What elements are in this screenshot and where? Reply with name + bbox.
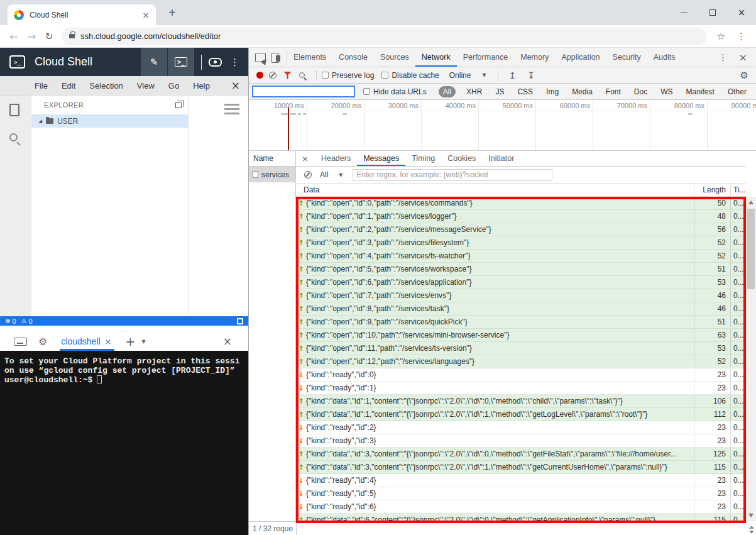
detail-tab[interactable]: Timing	[405, 151, 441, 166]
throttling-caret-icon[interactable]: ▼	[482, 72, 486, 78]
scroll-down-icon[interactable]	[748, 514, 753, 517]
menu-item[interactable]: Edit	[55, 81, 82, 91]
devtools-tab[interactable]: Sources	[374, 48, 415, 67]
detail-tab[interactable]: Cookies	[441, 151, 482, 166]
devtools-tab[interactable]: Network	[415, 48, 457, 67]
menu-item[interactable]: File	[28, 81, 55, 91]
type-filter[interactable]: Media	[567, 86, 597, 97]
scroll-up-icon[interactable]	[748, 201, 753, 204]
search-requests-icon[interactable]	[299, 72, 305, 78]
type-filter[interactable]: Manifest	[682, 86, 719, 97]
websocket-frame-row[interactable]: {"kind":"open","id":1,"path":"/services/…	[296, 210, 746, 223]
websocket-frame-row[interactable]: {"kind":"data","id":1,"content":"{\"json…	[296, 408, 746, 421]
detail-tab[interactable]: Initiator	[482, 151, 520, 166]
websocket-frame-row[interactable]: {"kind":"data","id":1,"content":"{\"json…	[296, 395, 746, 408]
export-har-icon[interactable]: ↧	[527, 70, 535, 80]
import-har-icon[interactable]: ↥	[509, 70, 517, 80]
websocket-frame-row[interactable]: {"kind":"ready","id":4} 23 0...	[296, 474, 746, 487]
websocket-frames-list[interactable]: {"kind":"open","id":0,"path":"/services/…	[296, 197, 746, 521]
websocket-frame-row[interactable]: {"kind":"open","id":2,"path":"/services/…	[296, 223, 746, 236]
websocket-frame-row[interactable]: {"kind":"open","id":3,"path":"/services/…	[296, 236, 746, 250]
devtools-tab[interactable]: Memory	[514, 48, 555, 67]
window-maximize-button[interactable]	[698, 0, 727, 25]
network-settings-gear-icon[interactable]: ⚙	[740, 70, 748, 81]
websocket-frame-row[interactable]: {"kind":"data","id":6,"content":"{\"json…	[296, 514, 746, 521]
device-toolbar-icon[interactable]	[271, 53, 281, 62]
websocket-frame-row[interactable]: {"kind":"open","id":0,"path":"/services/…	[296, 197, 746, 210]
request-row-services[interactable]: services	[249, 167, 295, 182]
message-regex-input[interactable]	[353, 169, 552, 181]
detail-close-icon[interactable]: ×	[302, 154, 309, 163]
detail-tab[interactable]: Headers	[315, 151, 357, 166]
warnings-icon[interactable]: ⚠	[21, 317, 27, 324]
network-timeline-overview[interactable]: 10000 ms20000 ms30000 ms40000 ms50000 ms…	[249, 100, 756, 151]
devtools-tab[interactable]: Console	[332, 48, 374, 67]
terminal-tab-cloudshell[interactable]: cloudshell ×	[61, 332, 111, 351]
menu-item[interactable]: Go	[162, 81, 186, 91]
type-filter[interactable]: XHR	[462, 86, 486, 97]
devtools-tab[interactable]: Security	[606, 48, 647, 67]
preserve-log-checkbox[interactable]	[322, 72, 329, 79]
web-preview-icon[interactable]	[209, 58, 222, 67]
message-type-caret-icon[interactable]: ▼	[339, 172, 342, 178]
websocket-frame-row[interactable]: {"kind":"open","id":8,"path":"/services/…	[296, 302, 746, 316]
terminal-panel-close-icon[interactable]: ×	[223, 335, 232, 348]
expand-arrow-icon[interactable]: ◢	[38, 118, 42, 124]
browser-menu-icon[interactable]: ⋮	[737, 31, 746, 42]
devtools-tab[interactable]: Elements	[287, 48, 332, 67]
name-column-header[interactable]: Name	[249, 151, 295, 167]
length-column-header[interactable]: Length	[694, 184, 730, 196]
devtools-tab[interactable]: Audits	[647, 48, 682, 67]
edit-mode-button[interactable]: ✎	[141, 48, 167, 76]
hide-data-urls-checkbox[interactable]	[363, 88, 370, 95]
terminal-tab-close-icon[interactable]: ×	[105, 337, 112, 346]
type-filter[interactable]: CSS	[513, 86, 537, 97]
back-icon[interactable]: ←	[5, 30, 23, 43]
inspect-element-icon[interactable]	[255, 53, 266, 62]
websocket-frame-row[interactable]: {"kind":"open","id":4,"path":"/services/…	[296, 250, 746, 263]
websocket-frame-row[interactable]: {"kind":"open","id":6,"path":"/services/…	[296, 276, 746, 289]
websocket-frame-row[interactable]: {"kind":"open","id":5,"path":"/services/…	[296, 263, 746, 276]
type-filter[interactable]: Font	[601, 86, 625, 97]
new-tab-button[interactable]: +	[165, 6, 180, 20]
record-icon[interactable]	[256, 72, 263, 79]
terminal-dropdown-icon[interactable]: ▼	[141, 339, 145, 345]
browser-tab[interactable]: Cloud Shell ×	[8, 4, 156, 25]
terminal-mode-button[interactable]: >_	[168, 48, 194, 76]
websocket-frame-row[interactable]: {"kind":"ready","id":1} 23 0...	[296, 382, 746, 395]
editor-close-icon[interactable]: ×	[231, 79, 240, 92]
cloud-shell-menu-icon[interactable]: ⋮	[230, 57, 239, 68]
address-bar[interactable]: ssh.cloud.google.com/cloudshell/editor	[62, 28, 707, 45]
explorer-item-user[interactable]: ◢ USER	[31, 114, 188, 128]
devtools-tab[interactable]: Application	[555, 48, 606, 67]
window-minimize-button[interactable]	[669, 0, 698, 25]
message-type-select[interactable]: All	[320, 170, 328, 179]
websocket-frame-row[interactable]: {"kind":"data","id":3,"content":"{\"json…	[296, 461, 746, 474]
errors-icon[interactable]: ⊗	[5, 317, 10, 324]
messages-scrollbar[interactable]	[745, 197, 756, 521]
reload-icon[interactable]: ↻	[40, 31, 58, 42]
outline-list-icon[interactable]	[224, 104, 239, 114]
websocket-frame-row[interactable]: {"kind":"open","id":7,"path":"/services/…	[296, 289, 746, 302]
websocket-frame-row[interactable]: {"kind":"open","id":10,"path":"/services…	[296, 329, 746, 342]
time-column-header[interactable]: Ti...	[730, 184, 746, 196]
devtools-menu-icon[interactable]: ⋮	[711, 52, 735, 62]
type-filter[interactable]: WS	[656, 86, 677, 97]
websocket-frame-row[interactable]: {"kind":"ready","id":2} 23 0...	[296, 421, 746, 434]
menu-item[interactable]: Help	[186, 81, 217, 91]
type-filter[interactable]: All	[439, 86, 456, 97]
tab-close-icon[interactable]: ×	[142, 10, 150, 20]
menu-item[interactable]: Selection	[82, 81, 129, 91]
data-column-header[interactable]: Data	[296, 184, 694, 196]
type-filter[interactable]: JS	[491, 86, 508, 97]
websocket-frame-row[interactable]: {"kind":"ready","id":3} 23 0...	[296, 434, 746, 448]
filter-funnel-icon[interactable]	[283, 72, 292, 79]
clear-messages-icon[interactable]	[304, 171, 312, 179]
websocket-frame-row[interactable]: {"kind":"open","id":9,"path":"/services/…	[296, 316, 746, 329]
type-filter[interactable]: Doc	[630, 86, 652, 97]
new-terminal-button[interactable]: +	[126, 334, 136, 348]
websocket-frame-row[interactable]: {"kind":"ready","id":0} 23 0...	[296, 368, 746, 382]
disable-cache-checkbox[interactable]	[381, 72, 388, 79]
scroll-corner-arrows[interactable]	[749, 526, 754, 534]
search-icon[interactable]	[9, 133, 18, 141]
